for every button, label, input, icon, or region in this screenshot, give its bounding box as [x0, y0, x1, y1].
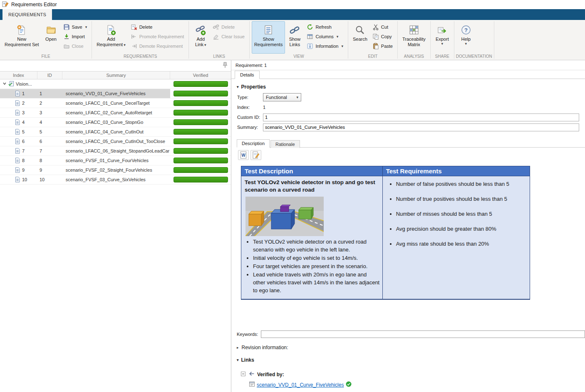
traceability-matrix-button[interactable]: Traceability Matrix	[400, 21, 428, 54]
delete-requirement-button[interactable]: Delete	[129, 23, 186, 31]
revision-section-header[interactable]: ▸ Revision information:	[237, 345, 585, 350]
delete-link-button[interactable]: Delete	[211, 23, 246, 31]
import-label: Import	[72, 34, 85, 39]
table-row[interactable]: 6 6 scenario_LFACC_05_Curve_CutInOut_Too…	[0, 137, 231, 146]
tab-description[interactable]: Description	[237, 139, 270, 148]
column-header-id[interactable]: ID	[37, 71, 62, 79]
group-view: Show Requirements Show Links Refresh Col…	[250, 20, 348, 60]
show-requirements-button[interactable]: Show Requirements	[252, 21, 285, 54]
table-row[interactable]: 4 4 scenario_LFACC_03_Curve_StopnGo	[0, 118, 231, 127]
add-requirement-button[interactable]: Add Requirement▾	[94, 21, 128, 54]
help-icon: ?	[461, 23, 471, 37]
traceability-matrix-label: Traceability Matrix	[402, 37, 426, 47]
requirement-set-row[interactable]: Vision...	[0, 79, 231, 89]
window-titlebar: Requirements Editor	[0, 0, 585, 9]
delete-link-label: Delete	[221, 25, 235, 30]
show-links-button[interactable]: Show Links	[285, 21, 304, 54]
information-button[interactable]: Information ▾	[305, 42, 345, 50]
export-label: Export	[436, 37, 449, 42]
copy-button[interactable]: Copy	[371, 32, 394, 41]
promote-requirement-label: Promote Requirement	[139, 34, 184, 39]
column-header-index[interactable]: Index	[0, 71, 37, 79]
requirement-header: Requirement: 1	[231, 60, 585, 70]
table-row[interactable]: 10 10 scenario_FVSF_03_Curve_SixVehicles	[0, 175, 231, 185]
paste-button[interactable]: Paste	[371, 42, 394, 50]
show-links-label: Show Links	[289, 37, 301, 47]
table-row[interactable]: 5 5 scenario_LFACC_04_Curve_CutInOut	[0, 127, 231, 137]
new-requirement-set-label: New Requirement Set	[5, 37, 39, 47]
import-icon	[63, 33, 70, 40]
demote-requirement-button[interactable]: Demote Requirement	[129, 42, 186, 50]
table-row[interactable]: 9 9 scenario_FVSF_02_Straight_FourVehicl…	[0, 165, 231, 175]
close-button[interactable]: Close	[62, 42, 89, 50]
custom-id-label: Custom ID:	[237, 115, 263, 120]
details-panel: Requirement: 1 Details ▾ Properties Type…	[231, 60, 585, 392]
search-icon	[354, 23, 365, 37]
details-tabstrip: Details	[231, 70, 585, 79]
type-dropdown[interactable]: Functional ▾	[263, 93, 301, 101]
test-description-table: Test Description Test Requirements Test …	[241, 166, 530, 300]
keywords-field[interactable]	[261, 330, 585, 338]
add-link-button[interactable]: Add Link▾	[191, 21, 210, 54]
table-row[interactable]: 2 2 scenario_LFACC_01_Curve_DecelTarget	[0, 99, 231, 108]
traceability-matrix-icon	[409, 23, 419, 37]
help-label: Help	[461, 37, 471, 42]
edit-description-button[interactable]	[250, 150, 261, 160]
export-button[interactable]: Export ▾	[433, 21, 452, 54]
table-row[interactable]: 8 8 scenario_FVSF_01_Curve_FourVehicles	[0, 156, 231, 165]
test-description-header: Test Description	[241, 166, 383, 176]
clear-issue-button[interactable]: Clear Issue	[211, 32, 246, 41]
information-label: Information	[315, 44, 338, 49]
app-icon	[2, 1, 9, 9]
requirement-icon	[15, 138, 20, 144]
promote-requirement-button[interactable]: Promote Requirement	[129, 32, 186, 41]
test-file-icon	[249, 382, 255, 388]
svg-text:W: W	[241, 153, 245, 158]
column-header-summary[interactable]: Summary	[62, 71, 171, 79]
table-row[interactable]: 7 7 scenario_LFACC_06_Straight_StopandGo…	[0, 146, 231, 156]
group-links: Add Link▾ Delete Clear Issue LINKS	[189, 20, 249, 60]
ribbon-toolbar: New Requirement Set Open Save ▾ Import	[0, 20, 585, 60]
help-button[interactable]: ? Help ▾	[456, 21, 476, 54]
dropdown-arrow-icon: ▾	[204, 43, 206, 47]
open-folder-icon	[46, 23, 57, 37]
custom-id-field[interactable]	[263, 113, 579, 121]
verified-bar	[174, 167, 228, 173]
verified-by-link[interactable]: scenario_VVD_01_Curve_FiveVehicles	[257, 382, 344, 388]
cut-icon	[372, 24, 379, 30]
group-requirements: Add Requirement▾ Delete Promote Requirem…	[92, 20, 188, 60]
verified-bar	[174, 110, 228, 116]
verified-bar	[174, 91, 228, 96]
properties-section-header[interactable]: ▾ Properties	[231, 79, 585, 92]
requirement-set-label: Vision...	[16, 81, 32, 86]
window-title: Requirements Editor	[11, 2, 57, 7]
table-row[interactable]: 1 1 scenario_VVD_01_Curve_FiveVehicles	[0, 89, 231, 99]
summary-field[interactable]	[263, 123, 579, 131]
table-row[interactable]: 3 3 scenario_LFACC_02_Curve_AutoRetarget	[0, 108, 231, 118]
save-button[interactable]: Save ▾	[62, 23, 89, 31]
columns-button[interactable]: Columns ▾	[305, 32, 345, 41]
delete-icon	[131, 24, 137, 30]
chevron-down-icon[interactable]	[2, 81, 7, 86]
tree-collapse-icon[interactable]	[241, 372, 245, 377]
tab-details[interactable]: Details	[235, 71, 260, 79]
column-header-verified[interactable]: Verified	[170, 71, 231, 79]
open-button[interactable]: Open	[42, 21, 61, 54]
verified-bar	[174, 81, 228, 87]
new-requirement-set-button[interactable]: New Requirement Set	[2, 21, 42, 54]
group-label-documentation: DOCUMENTATION	[454, 54, 494, 60]
pin-icon[interactable]	[223, 62, 228, 69]
open-in-word-button[interactable]: W	[238, 150, 249, 160]
cut-button[interactable]: Cut	[371, 23, 394, 31]
requirement-set-icon	[8, 81, 14, 87]
links-section-header[interactable]: ▾ Links	[231, 356, 585, 365]
requirement-icon	[15, 100, 20, 106]
tab-rationale[interactable]: Rationale	[270, 140, 300, 148]
tab-requirements[interactable]: REQUIREMENTS	[2, 9, 52, 20]
import-button[interactable]: Import	[62, 32, 89, 41]
expand-triangle-icon: ▸	[237, 345, 239, 350]
dropdown-arrow-icon: ▾	[465, 42, 467, 46]
refresh-button[interactable]: Refresh	[305, 23, 345, 31]
test-description-title: Test YOLOv2 vehicle detector in stop and…	[244, 178, 380, 194]
search-button[interactable]: Search	[350, 21, 370, 54]
